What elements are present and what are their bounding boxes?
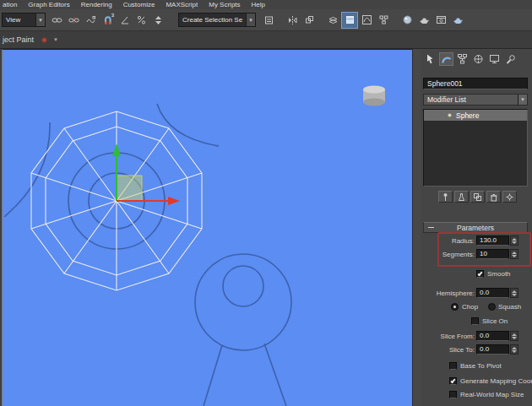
slice-to-field[interactable]: 0.0 xyxy=(476,344,509,355)
rendered-frame-window-button[interactable] xyxy=(432,12,449,29)
remove-modifier-button[interactable] xyxy=(486,191,501,203)
angle-snap-icon xyxy=(119,14,130,25)
menu-item-graph-editors[interactable]: Graph Editors xyxy=(28,1,69,8)
schematic-view-button[interactable] xyxy=(375,12,392,29)
menu-item-animation[interactable]: ation xyxy=(3,1,17,8)
menu-item-customize[interactable]: Customize xyxy=(123,1,155,8)
slice-from-field[interactable]: 0.0 xyxy=(476,331,509,341)
stack-item-label: Sphere xyxy=(456,111,479,120)
snap-toggle-3d-button[interactable]: 3 xyxy=(99,12,116,29)
slice-on-label: Slice On xyxy=(482,316,508,327)
show-end-result-button[interactable] xyxy=(454,191,469,203)
modifier-list-dropdown[interactable]: Modifier List ▼ xyxy=(423,94,528,106)
slice-from-label: Slice From: xyxy=(421,331,475,342)
edit-named-selection-sets-button[interactable] xyxy=(260,12,277,29)
smooth-checkbox[interactable] xyxy=(476,270,484,278)
scene-object-cylinder[interactable] xyxy=(363,86,385,106)
modify-tab-icon xyxy=(441,53,452,65)
percent-snap-icon xyxy=(136,14,147,25)
material-editor-button[interactable] xyxy=(399,12,415,29)
tab-utilities[interactable] xyxy=(503,52,518,66)
slice-from-row: Slice From: 0.0 xyxy=(421,331,532,342)
hemisphere-row: Hemisphere: 0.0 xyxy=(421,288,532,299)
radius-field[interactable]: 130.0 xyxy=(476,235,509,246)
segments-spinner[interactable] xyxy=(510,249,518,259)
create-tab-icon xyxy=(425,53,436,65)
align-icon xyxy=(304,14,315,25)
real-world-map-row: Real-World Map Size xyxy=(421,389,532,400)
ribbon-tab-object-paint[interactable]: ject Paint xyxy=(3,35,34,44)
motion-tab-icon xyxy=(473,53,484,65)
pin-stack-button[interactable] xyxy=(438,191,453,203)
hemisphere-label: Hemisphere: xyxy=(421,288,475,299)
base-to-pivot-row: Base To Pivot xyxy=(421,360,532,371)
squash-label: Squash xyxy=(498,301,521,312)
bind-to-space-warp-button[interactable] xyxy=(82,12,99,29)
slice-from-spinner[interactable] xyxy=(510,331,518,341)
menu-item-rendering[interactable]: Rendering xyxy=(81,1,112,8)
slice-to-spinner[interactable] xyxy=(510,344,518,355)
command-panel-tabs xyxy=(423,52,518,66)
chevron-down-icon: ▼ xyxy=(518,95,527,105)
ribbon-bar: ject Paint ▼ xyxy=(0,31,532,49)
menu-item-help[interactable]: Help xyxy=(252,1,265,8)
real-world-map-label: Real-World Map Size xyxy=(460,389,524,400)
mirror-icon xyxy=(287,14,298,25)
mirror-button[interactable] xyxy=(284,12,301,29)
graphite-ribbon-toggle-button[interactable] xyxy=(341,12,358,29)
segments-field[interactable]: 10 xyxy=(476,249,509,259)
named-selection-set-dropdown[interactable]: Create Selection Se ▼ xyxy=(178,13,256,27)
slice-to-row: Slice To: 0.0 xyxy=(421,344,532,355)
configure-modifier-sets-button[interactable] xyxy=(502,191,517,203)
parameters-rollout-header[interactable]: Parameters xyxy=(423,222,528,233)
make-unique-icon xyxy=(473,192,482,202)
curve-editor-button[interactable] xyxy=(358,12,375,29)
tab-create[interactable] xyxy=(423,52,437,66)
hierarchy-tab-icon xyxy=(457,53,468,65)
stack-item-sphere[interactable]: Sphere xyxy=(424,110,527,121)
generate-mapping-checkbox[interactable] xyxy=(449,377,457,385)
ribbon-record-icon xyxy=(41,37,47,43)
percent-snap-button[interactable] xyxy=(133,12,149,29)
tab-display[interactable] xyxy=(487,52,502,66)
reference-coordinate-dropdown[interactable]: View ▼ xyxy=(2,13,46,27)
spinner-snap-button[interactable] xyxy=(149,12,166,29)
real-world-map-checkbox[interactable] xyxy=(449,391,457,398)
smooth-label: Smooth xyxy=(487,268,511,279)
utilities-tab-icon xyxy=(505,53,516,65)
make-unique-button[interactable] xyxy=(470,191,485,203)
chevron-down-icon: ▼ xyxy=(246,14,255,26)
select-and-link-button[interactable] xyxy=(48,12,65,29)
chevron-down-icon[interactable]: ▼ xyxy=(53,37,58,42)
align-button[interactable] xyxy=(301,12,318,29)
modifier-stack[interactable]: Sphere xyxy=(423,109,528,187)
unlink-selection-button[interactable] xyxy=(65,12,82,29)
tab-motion[interactable] xyxy=(471,52,486,66)
menu-item-my-scripts[interactable]: My Scripts xyxy=(209,1,240,8)
base-to-pivot-checkbox[interactable] xyxy=(449,362,457,370)
render-production-button[interactable] xyxy=(449,12,466,29)
gizmo-x-arrowhead xyxy=(168,197,180,205)
base-to-pivot-label: Base To Pivot xyxy=(460,360,502,371)
panel-divider[interactable] xyxy=(412,49,421,406)
show-end-result-icon xyxy=(457,192,466,202)
hemisphere-field[interactable]: 0.0 xyxy=(476,288,509,298)
slice-on-row: Slice On xyxy=(421,316,532,327)
layer-manager-button[interactable] xyxy=(324,12,341,29)
remove-modifier-icon xyxy=(489,192,498,202)
chop-radio[interactable] xyxy=(451,303,459,311)
squash-radio[interactable] xyxy=(488,303,496,311)
stack-toolbar xyxy=(438,191,517,203)
object-name-field[interactable]: Sphere001 xyxy=(423,78,528,89)
angle-snap-button[interactable] xyxy=(116,12,133,29)
slice-on-checkbox[interactable] xyxy=(471,317,479,325)
display-tab-icon xyxy=(489,53,500,65)
tab-hierarchy[interactable] xyxy=(455,52,470,66)
tab-modify[interactable] xyxy=(439,52,453,66)
menu-item-maxscript[interactable]: MAXScript xyxy=(166,1,198,8)
perspective-viewport[interactable] xyxy=(2,49,412,406)
render-setup-button[interactable] xyxy=(415,12,432,29)
main-toolbar: View ▼ 3 xyxy=(0,9,532,31)
hemisphere-spinner[interactable] xyxy=(510,288,518,298)
radius-spinner[interactable] xyxy=(510,235,518,246)
